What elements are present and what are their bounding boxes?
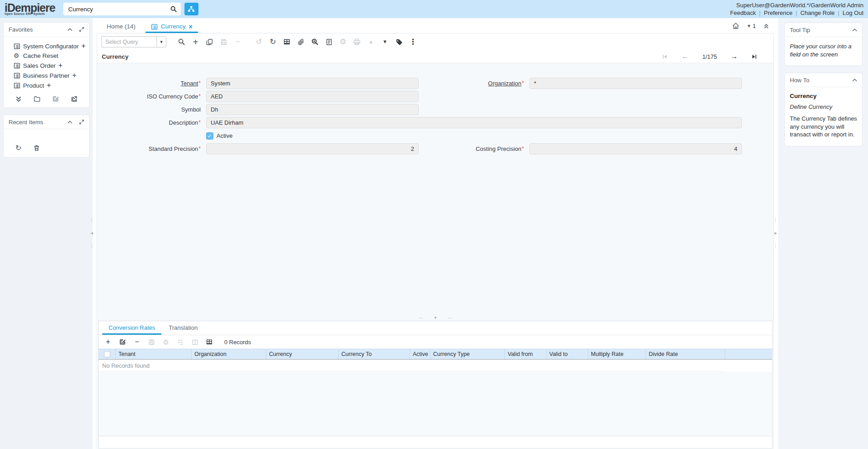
refresh-icon[interactable]: ↻ — [15, 145, 23, 152]
collapse-icon[interactable] — [67, 120, 72, 125]
grid-toggle-icon[interactable] — [281, 36, 293, 48]
favorite-item-product[interactable]: Product + — [5, 80, 87, 90]
column-header-divide-rate[interactable]: Divide Rate — [646, 349, 725, 359]
log-out-link[interactable]: Log Out — [843, 9, 863, 16]
column-header-active[interactable]: Active — [410, 349, 430, 359]
select-query-input[interactable] — [101, 36, 156, 47]
last-record-icon[interactable] — [751, 54, 757, 60]
window-icon — [14, 82, 20, 89]
detail-columns-icon — [189, 337, 201, 347]
standard-precision-field[interactable]: 2 — [206, 143, 419, 154]
active-checkbox[interactable]: ✓ — [206, 132, 213, 140]
splitter-collapse-left-icon[interactable]: ◄ — [90, 231, 94, 235]
report-icon[interactable] — [323, 36, 335, 48]
splitter-dots: ⋮ — [774, 245, 778, 247]
column-header-filler — [725, 349, 772, 359]
new-record-icon[interactable]: + — [189, 36, 202, 48]
window-count-dropdown[interactable]: ▼ 1 — [747, 23, 756, 29]
column-header-tenant[interactable]: Tenant — [116, 349, 192, 359]
folder-icon[interactable] — [33, 95, 41, 103]
symbol-field[interactable]: Dh — [206, 104, 419, 115]
attachment-icon[interactable] — [295, 36, 307, 48]
left-splitter[interactable]: ⋮ ◄ ⋮ — [90, 219, 94, 247]
tab-translation[interactable]: Translation — [161, 321, 205, 335]
favorite-item-sales-order[interactable]: Sales Order + — [5, 61, 87, 70]
preference-link[interactable]: Preference — [764, 9, 793, 16]
select-query-combo: ▼ — [101, 36, 166, 47]
expand-icon[interactable] — [79, 120, 84, 125]
home-icon[interactable] — [732, 22, 740, 30]
label-tag-icon[interactable] — [393, 36, 405, 48]
select-all-checkbox[interactable] — [104, 351, 110, 357]
required-asterisk: * — [522, 145, 524, 152]
detail-grid-icon[interactable] — [203, 337, 215, 347]
iso-currency-code-field[interactable]: AED — [206, 91, 419, 102]
close-icon[interactable]: × — [189, 23, 193, 30]
add-new-record-icon[interactable]: + — [58, 62, 62, 69]
tab-home[interactable]: Home (14) — [97, 20, 146, 33]
tab-currency[interactable]: Currency × — [146, 20, 198, 33]
description-field[interactable]: UAE Dirham — [206, 117, 742, 128]
splitter-dots: ⋮ — [90, 245, 94, 247]
standard-precision-label: Standard Precision* — [97, 145, 206, 152]
favorite-item-cache-reset[interactable]: ⚙ Cache Reset — [5, 51, 87, 61]
collapse-icon[interactable] — [67, 27, 72, 32]
column-header-valid-to[interactable]: Valid to — [547, 349, 588, 359]
column-header-currency-type[interactable]: Currency Type — [430, 349, 505, 359]
horizontal-splitter[interactable]: ⋯ ▼ ⋯ — [97, 315, 774, 321]
tenant-field[interactable]: System — [206, 78, 419, 89]
share-icon[interactable] — [71, 95, 78, 103]
add-new-record-icon[interactable]: + — [81, 42, 85, 50]
splitter-dots: ⋯ — [448, 316, 452, 320]
window-count: 1 — [753, 23, 756, 29]
more-options-icon[interactable]: ⋮ — [407, 36, 419, 48]
favorite-item-business-partner[interactable]: Business Partner + — [5, 70, 87, 80]
detail-delete-icon[interactable]: − — [131, 337, 143, 347]
add-new-record-icon[interactable]: + — [47, 82, 51, 89]
column-header-organization[interactable]: Organization — [192, 349, 266, 359]
splitter-collapse-right-icon[interactable]: ► — [774, 231, 778, 235]
detail-record-icon[interactable]: ▼ — [379, 36, 391, 48]
window-title: Currency — [102, 53, 128, 60]
collapse-icon[interactable] — [852, 28, 857, 33]
change-role-link[interactable]: Change Role — [800, 9, 835, 16]
trash-icon[interactable] — [33, 145, 40, 152]
right-splitter[interactable]: ⋮ ► ⋮ — [774, 219, 778, 247]
favorite-item-system-configurator[interactable]: System Configurator + — [5, 41, 87, 51]
double-chevron-up-icon[interactable] — [763, 23, 769, 29]
global-search-input[interactable] — [63, 3, 166, 15]
symbol-label: Symbol — [97, 106, 206, 113]
select-query-dropdown-icon[interactable]: ▼ — [156, 36, 166, 47]
organization-field[interactable]: * — [529, 78, 742, 89]
find-record-icon[interactable] — [175, 36, 188, 48]
feedback-link[interactable]: Feedback — [730, 9, 756, 16]
column-header-valid-from[interactable]: Valid from — [505, 349, 547, 359]
global-search — [63, 3, 198, 15]
menu-tree-button[interactable] — [184, 3, 198, 15]
chevron-down-icon: ▼ — [747, 23, 751, 28]
detail-edit-icon[interactable] — [117, 337, 128, 347]
detail-new-icon[interactable]: + — [102, 337, 114, 347]
copy-record-icon[interactable] — [203, 36, 216, 48]
global-search-button[interactable] — [166, 3, 181, 15]
column-header-currency-to[interactable]: Currency To — [339, 349, 410, 359]
detail-table-header: Tenant Organization Currency Currency To… — [99, 349, 772, 360]
edit-icon[interactable] — [52, 95, 59, 103]
favorite-item-label: Sales Order — [23, 62, 56, 69]
first-record-icon — [662, 54, 668, 60]
iso-currency-code-label: ISO Currency Code* — [97, 93, 206, 100]
expand-icon[interactable] — [79, 27, 84, 32]
tab-conversion-rates[interactable]: Conversion Rates — [102, 321, 161, 335]
zoom-across-icon[interactable] — [309, 36, 321, 48]
expand-all-icon[interactable] — [15, 95, 22, 103]
column-header-multiply-rate[interactable]: Multiply Rate — [588, 349, 646, 359]
add-new-record-icon[interactable]: + — [72, 72, 76, 79]
costing-precision-field[interactable]: 4 — [529, 143, 742, 154]
column-header-currency[interactable]: Currency — [266, 349, 339, 359]
collapse-icon[interactable] — [852, 78, 857, 83]
next-record-icon[interactable]: → — [731, 53, 738, 60]
howto-heading: Currency — [790, 93, 857, 99]
recent-items-title: Recent Items — [9, 119, 43, 126]
requery-icon[interactable]: ↻ — [267, 36, 279, 48]
splitter-collapse-icon[interactable]: ▼ — [434, 316, 437, 320]
